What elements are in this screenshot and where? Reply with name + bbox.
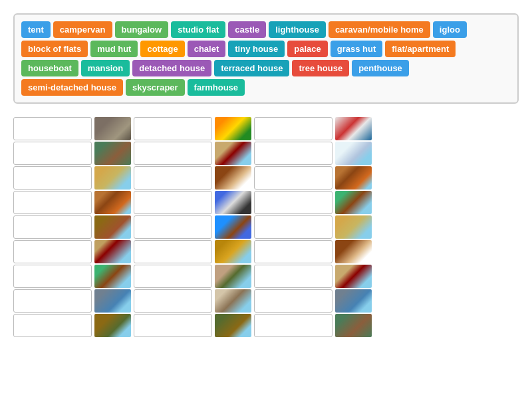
image-houseboat bbox=[215, 215, 251, 239]
image-farmhouse bbox=[94, 314, 131, 337]
image-skyscraper-2 bbox=[335, 289, 372, 313]
word-houseboat[interactable]: houseboat bbox=[21, 60, 78, 76]
image-terraced bbox=[94, 191, 131, 214]
image-palace bbox=[94, 166, 131, 190]
answer-box[interactable] bbox=[134, 289, 212, 313]
answer-box[interactable] bbox=[254, 240, 332, 263]
image-col-2 bbox=[94, 117, 131, 337]
image-skyscraper bbox=[94, 289, 131, 313]
word-semi-detached[interactable]: semi-detached house bbox=[21, 79, 123, 96]
image-chalet-2 bbox=[335, 240, 372, 263]
word-detached-house[interactable]: detached house bbox=[132, 60, 211, 76]
word-farmhouse[interactable]: farmhouse bbox=[188, 79, 245, 96]
image-igloo bbox=[335, 142, 372, 165]
answer-box[interactable] bbox=[13, 142, 92, 165]
word-terraced-house[interactable]: terraced house bbox=[214, 60, 289, 76]
word-campervan[interactable]: campervan bbox=[53, 21, 112, 38]
image-castle bbox=[94, 117, 131, 140]
answer-col-3 bbox=[134, 117, 212, 337]
answer-box[interactable] bbox=[134, 117, 212, 140]
answer-box[interactable] bbox=[134, 166, 212, 190]
answer-box[interactable] bbox=[13, 166, 92, 190]
word-tree-house[interactable]: tree house bbox=[292, 60, 349, 76]
word-palace[interactable]: palace bbox=[287, 41, 327, 57]
answer-col-1 bbox=[13, 117, 92, 337]
image-palace-2 bbox=[335, 215, 372, 239]
word-flat-apartment[interactable]: flat/apartment bbox=[385, 41, 456, 57]
word-skyscraper[interactable]: skyscraper bbox=[126, 79, 185, 96]
word-igloo[interactable]: igloo bbox=[433, 21, 467, 38]
image-campervan bbox=[215, 191, 251, 214]
image-bungalow bbox=[215, 142, 251, 165]
image-tinyhouse bbox=[94, 265, 131, 288]
answer-box[interactable] bbox=[134, 215, 212, 239]
answer-box[interactable] bbox=[13, 117, 92, 140]
answer-box[interactable] bbox=[13, 314, 92, 337]
word-penthouse[interactable]: penthouse bbox=[352, 60, 409, 76]
image-flat bbox=[215, 240, 251, 263]
answer-col-5 bbox=[254, 117, 332, 337]
word-castle[interactable]: castle bbox=[228, 21, 266, 38]
word-bank: tent campervan bungalow studio flat cast… bbox=[13, 13, 519, 104]
word-cottage[interactable]: cottage bbox=[140, 41, 184, 57]
answer-box[interactable] bbox=[254, 289, 332, 313]
word-bungalow[interactable]: bungalow bbox=[115, 21, 169, 38]
image-bungalow-2 bbox=[335, 265, 372, 288]
answer-box[interactable] bbox=[254, 166, 332, 190]
answer-box[interactable] bbox=[134, 191, 212, 214]
answer-box[interactable] bbox=[254, 117, 332, 140]
image-treehouse-2 bbox=[335, 314, 372, 337]
image-chalet bbox=[215, 166, 251, 190]
image-mansion bbox=[215, 289, 251, 313]
answer-box[interactable] bbox=[13, 191, 92, 214]
image-treehouse bbox=[94, 142, 131, 165]
answer-box[interactable] bbox=[134, 314, 212, 337]
answer-box[interactable] bbox=[134, 265, 212, 288]
image-col-4 bbox=[215, 117, 251, 337]
answer-box[interactable] bbox=[254, 142, 332, 165]
word-grass-hut[interactable]: grass hut bbox=[331, 41, 383, 57]
word-studio-flat[interactable]: studio flat bbox=[171, 21, 225, 38]
word-caravan[interactable]: caravan/mobile home bbox=[329, 21, 430, 38]
word-mud-hut[interactable]: mud hut bbox=[90, 41, 138, 57]
main-container: tent campervan bungalow studio flat cast… bbox=[0, 0, 532, 350]
word-block-of-flats[interactable]: block of flats bbox=[21, 41, 88, 57]
image-tinyhouse-2 bbox=[335, 191, 372, 214]
word-tent[interactable]: tent bbox=[21, 21, 51, 38]
answer-box[interactable] bbox=[134, 142, 212, 165]
image-terraced-2 bbox=[335, 166, 372, 190]
answer-box[interactable] bbox=[254, 314, 332, 337]
answer-box[interactable] bbox=[13, 215, 92, 239]
answer-box[interactable] bbox=[254, 215, 332, 239]
image-lighthouse bbox=[335, 117, 372, 140]
answer-box[interactable] bbox=[13, 289, 92, 313]
matching-area bbox=[13, 117, 519, 337]
answer-box[interactable] bbox=[254, 265, 332, 288]
answer-box[interactable] bbox=[13, 240, 92, 263]
answer-box[interactable] bbox=[134, 240, 212, 263]
word-lighthouse[interactable]: lighthouse bbox=[269, 21, 326, 38]
answer-box[interactable] bbox=[13, 265, 92, 288]
image-grasshut bbox=[215, 314, 251, 337]
image-tent bbox=[215, 117, 251, 140]
image-detached bbox=[94, 240, 131, 263]
image-col-6 bbox=[335, 117, 372, 337]
word-mansion[interactable]: mansion bbox=[81, 60, 130, 76]
word-tiny-house[interactable]: tiny house bbox=[228, 41, 285, 57]
image-cottage bbox=[215, 265, 251, 288]
word-chalet[interactable]: chalet bbox=[188, 41, 226, 57]
answer-box[interactable] bbox=[254, 191, 332, 214]
image-mudhut bbox=[94, 215, 131, 239]
